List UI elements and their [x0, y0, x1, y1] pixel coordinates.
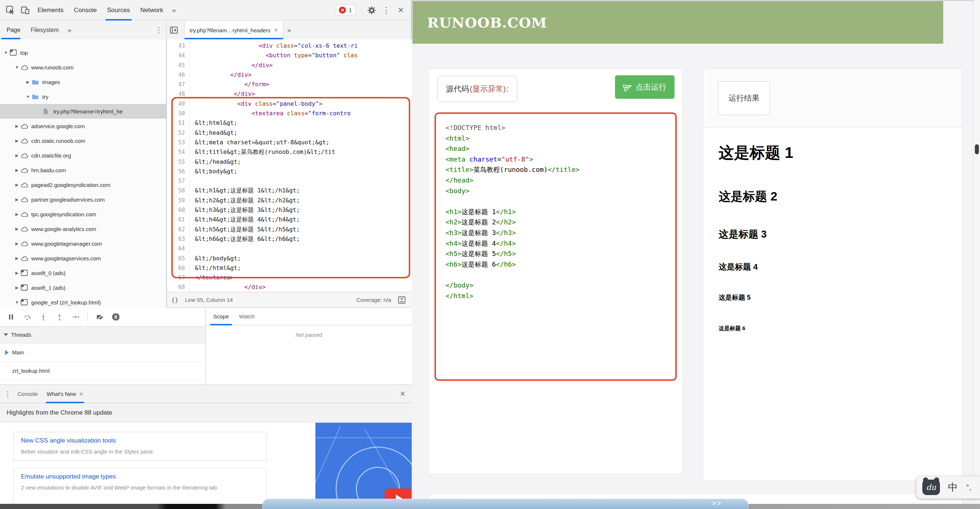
editor-tab-close-icon[interactable]: × — [274, 27, 278, 34]
line-number[interactable]: 59 — [167, 196, 190, 205]
hide-navigator-icon[interactable] — [167, 23, 181, 38]
devtools-menu-icon[interactable]: ⋮ — [379, 3, 394, 17]
tab-page[interactable]: Page — [2, 21, 25, 39]
line-number[interactable]: 48 — [167, 89, 190, 99]
whats-new-card[interactable]: New CSS angle visualization tools Better… — [13, 432, 267, 461]
step-out-icon[interactable] — [52, 309, 67, 324]
tab-whats-new[interactable]: What's New × — [42, 385, 88, 403]
line-number[interactable]: 58 — [167, 186, 190, 195]
line-number[interactable]: 65 — [167, 254, 190, 263]
line-number[interactable]: 62 — [167, 225, 190, 234]
expander-icon[interactable]: ▶ — [14, 153, 20, 158]
tree-item-pagead2-googlesyndication-com[interactable]: ▶pagead2.googlesyndication.com — [0, 178, 166, 192]
tab-console[interactable]: Console — [69, 0, 102, 21]
baidu-ime-icon[interactable]: du — [922, 480, 940, 495]
tree-item-try-php-filename-tryhtml-he[interactable]: try.php?filename=tryhtml_he — [0, 104, 166, 119]
drawer-menu-icon[interactable]: ⋮ — [2, 387, 13, 401]
expander-icon[interactable]: ▶ — [14, 168, 20, 173]
tree-item-www-googletagservices-com[interactable]: ▶www.googletagservices.com — [0, 251, 166, 265]
line-number[interactable]: 55 — [167, 157, 190, 167]
line-number[interactable]: 66 — [167, 263, 190, 273]
line-number[interactable]: 43 — [167, 41, 190, 51]
scrollbar-thumb[interactable] — [975, 144, 979, 154]
device-toolbar-icon[interactable] — [18, 3, 32, 17]
page-scrollbar[interactable] — [974, 0, 980, 509]
expander-icon[interactable]: ▼ — [25, 94, 31, 99]
line-number[interactable]: 61 — [167, 215, 190, 224]
run-button[interactable]: 点击运行 — [615, 75, 675, 99]
line-number[interactable]: 51 — [167, 118, 190, 128]
source-note-link[interactable]: (显示异常) — [470, 84, 506, 94]
line-number[interactable]: 60 — [167, 205, 190, 215]
show-drawer-icon[interactable] — [396, 295, 407, 306]
tab-elements[interactable]: Elements — [32, 0, 69, 21]
line-number[interactable]: 47 — [167, 80, 190, 89]
expander-icon[interactable]: ▼ — [14, 300, 20, 304]
line-number[interactable]: 46 — [167, 70, 190, 80]
expander-icon[interactable]: ▶ — [14, 285, 20, 290]
tab-drawer-console[interactable]: Console — [13, 385, 42, 403]
thread-zrt-lookup[interactable]: zrt_lookup.html — [0, 362, 205, 380]
line-number[interactable]: 53 — [167, 138, 190, 147]
tree-item-tpc-googlesyndication-com[interactable]: ▶tpc.googlesyndication.com — [0, 207, 166, 222]
pause-on-exceptions-icon[interactable] — [108, 309, 123, 324]
devtools-close-icon[interactable]: × — [394, 5, 408, 16]
line-number[interactable]: 52 — [167, 128, 190, 138]
source-code-editor[interactable]: <!DOCTYPE html><html><head><meta charset… — [434, 113, 677, 381]
editor-tab[interactable]: try.php?filenam…ryhtml_headers × — [184, 21, 283, 39]
expander-icon[interactable]: ▶ — [14, 256, 20, 261]
tree-item-aswift-0-ads-[interactable]: ▶aswift_0 (ads) — [0, 265, 166, 280]
ime-language-toggle[interactable]: 中 — [948, 481, 958, 494]
step-over-icon[interactable] — [20, 309, 35, 324]
input-method-bar[interactable]: du 中 °, — [916, 476, 980, 499]
drawer-close-icon[interactable]: × — [396, 389, 409, 399]
line-number[interactable]: 49 — [167, 99, 190, 109]
card-title-link[interactable]: New CSS angle visualization tools — [21, 437, 259, 444]
line-number[interactable]: 56 — [167, 167, 190, 176]
step-icon[interactable] — [68, 309, 83, 324]
runoob-logo[interactable]: RUNOOB.COM — [427, 14, 547, 31]
tree-item-adservice-google-com[interactable]: ▶adservice.google.com — [0, 119, 166, 133]
expander-icon[interactable]: ▶ — [14, 212, 20, 217]
line-number[interactable]: 63 — [167, 234, 190, 244]
expander-icon[interactable]: ▶ — [14, 241, 20, 246]
step-into-icon[interactable] — [36, 309, 51, 324]
expander-icon[interactable]: ▶ — [14, 138, 20, 143]
tree-item-www-runoob-com[interactable]: ▼www.runoob.com — [0, 60, 166, 75]
tab-network[interactable]: Network — [135, 0, 169, 21]
line-number[interactable]: 64 — [167, 244, 190, 254]
line-number[interactable]: 57 — [167, 176, 190, 186]
tree-item-www-googletagmanager-com[interactable]: ▶www.googletagmanager.com — [0, 236, 166, 251]
pause-script-icon[interactable] — [4, 309, 18, 324]
line-number[interactable]: 44 — [167, 51, 190, 60]
expander-icon[interactable]: ▶ — [14, 182, 20, 187]
tree-item-google-esf-zrt-lookup-html-[interactable]: ▼google_esf (zrt_lookup.html) — [0, 295, 166, 308]
ime-punctuation-toggle[interactable]: °, — [966, 483, 971, 492]
line-number[interactable]: 54 — [167, 147, 190, 157]
tree-item-try[interactable]: ▼try — [0, 89, 166, 104]
line-number[interactable]: 67 — [167, 273, 190, 282]
navigator-menu-icon[interactable]: ⋮ — [151, 23, 166, 38]
line-number[interactable]: 50 — [167, 109, 190, 118]
line-number[interactable]: 68 — [167, 282, 190, 292]
expander-icon[interactable]: ▶ — [14, 197, 20, 202]
expander-icon[interactable]: ▶ — [14, 271, 20, 276]
tree-item-www-google-analytics-com[interactable]: ▶www.google-analytics.com — [0, 222, 166, 236]
tab-watch[interactable]: Watch — [234, 308, 260, 325]
tree-item-aswift-1-ads-[interactable]: ▶aswift_1 (ads) — [0, 280, 166, 295]
inspect-icon[interactable] — [3, 3, 18, 17]
tree-item-images[interactable]: ▶images — [0, 75, 166, 89]
navigator-more-icon[interactable]: » — [64, 26, 75, 34]
tree-item-partner-googleadservices-com[interactable]: ▶partner.googleadservices.com — [0, 192, 166, 207]
whats-new-card[interactable]: Emulate unsupported image types 2 new em… — [13, 468, 267, 509]
expander-icon[interactable]: ▼ — [3, 50, 9, 55]
tree-item-cdn-staticfile-org[interactable]: ▶cdn.staticfile.org — [0, 148, 166, 163]
error-counter[interactable]: ✕ 1 — [335, 5, 355, 16]
expander-icon[interactable]: ▶ — [14, 227, 20, 232]
card-title-link[interactable]: Emulate unsupported image types — [21, 473, 259, 480]
more-tabs-icon[interactable]: » — [169, 6, 180, 14]
tab-filesystem[interactable]: Filesystem — [25, 21, 64, 39]
tree-item-top[interactable]: ▼top — [0, 45, 166, 60]
tab-sources[interactable]: Sources — [102, 0, 135, 21]
tab-scope[interactable]: Scope — [208, 308, 234, 325]
